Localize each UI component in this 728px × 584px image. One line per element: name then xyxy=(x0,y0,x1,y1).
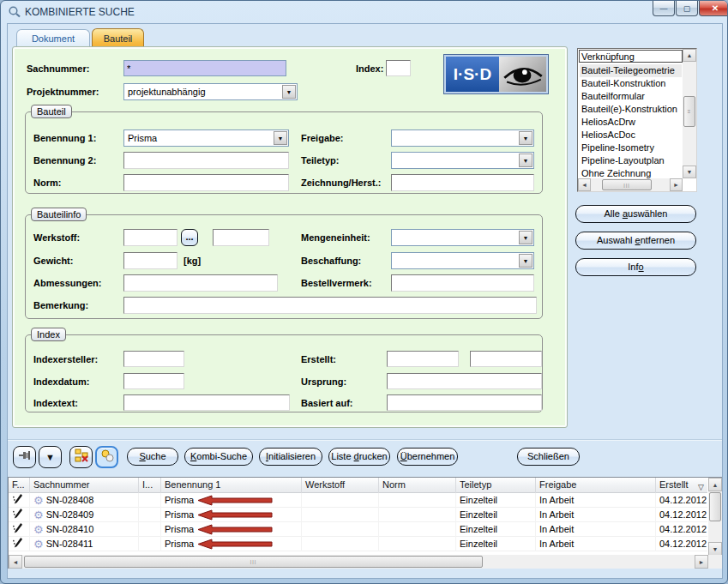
benennung1-cell: Prisma xyxy=(161,493,302,508)
scrollbar-down-button[interactable]: ▼ xyxy=(708,542,722,556)
werkstoff-cell xyxy=(302,537,379,551)
liste-drucken-button[interactable]: Liste drucken xyxy=(328,448,390,466)
column-header-benennung1[interactable]: Benennung 1 xyxy=(161,478,302,493)
projektnummer-select[interactable]: projektunabhängig ▼ xyxy=(123,83,298,100)
scrollbar-down-button[interactable]: ▼ xyxy=(683,166,696,178)
schliessen-button[interactable]: Schließen xyxy=(517,448,580,466)
column-header-freigabe[interactable]: Freigabe xyxy=(536,478,656,493)
list-item[interactable]: HeliosAcDrw xyxy=(580,116,682,129)
scrollbar-thumb[interactable]: ≡ xyxy=(683,96,695,127)
scrollbar-left-button[interactable]: ◄ xyxy=(578,178,591,191)
sachnummer-input[interactable] xyxy=(123,60,286,76)
indexdatum-input[interactable] xyxy=(123,373,184,389)
gear-icon: ⚙ xyxy=(33,523,44,536)
dropdown-arrow-icon[interactable]: ▼ xyxy=(519,131,532,145)
column-header-erstellt[interactable]: Erstellt ▽ xyxy=(656,478,707,493)
list-item[interactable]: HeliosAcDoc xyxy=(580,129,682,141)
list-item[interactable]: Bauteil-Konstruktion xyxy=(580,77,682,90)
uebernehmen-button[interactable]: Übernehmen xyxy=(397,448,458,466)
table-row[interactable]: ⚙SN-028410 Prisma Einzelteil In Arbeit 0… xyxy=(9,522,707,537)
dropdown-arrow-icon[interactable]: ▼ xyxy=(282,85,296,99)
initialisieren-button[interactable]: Initialisieren xyxy=(259,448,322,466)
link-parts-button[interactable] xyxy=(95,446,118,468)
list-item[interactable]: Bauteil-Teilegeometrie xyxy=(580,64,682,77)
close-button[interactable]: ✕ xyxy=(699,1,728,16)
norm-input[interactable] xyxy=(123,174,289,191)
abmessungen-input[interactable] xyxy=(123,274,278,292)
mengeneinheit-select[interactable]: ▼ xyxy=(391,229,534,246)
zeichnung-herst-input[interactable] xyxy=(391,174,534,191)
index-input[interactable] xyxy=(386,60,411,76)
title-bar[interactable]: KOMBINIERTE SUCHE — ▢ ✕ xyxy=(1,1,727,23)
column-header-freigabestatus[interactable]: F... xyxy=(9,478,30,493)
list-item[interactable]: Bauteil(e)-Konstruktion xyxy=(580,103,682,116)
list-item[interactable]: Pipeline-Layoutplan xyxy=(580,154,682,167)
isd-logo: I·S·D xyxy=(444,55,548,93)
magnifier-icon xyxy=(8,5,21,22)
dropdown-arrow-icon[interactable]: ▼ xyxy=(519,154,532,167)
isd-logo-text: I·S·D xyxy=(446,57,499,92)
bestellvermerk-input[interactable] xyxy=(391,274,534,292)
annotation-arrow xyxy=(197,539,273,551)
list-item[interactable]: Bauteilformular xyxy=(580,90,682,103)
werkstoff-input-2[interactable] xyxy=(213,229,269,246)
pin-dialog-button[interactable] xyxy=(13,446,36,468)
annotation-arrow xyxy=(197,524,273,537)
werkstoff-browse-button[interactable]: ... xyxy=(181,229,198,246)
dropdown-arrow-icon[interactable]: ▼ xyxy=(519,254,532,268)
beschaffung-select[interactable]: ▼ xyxy=(391,252,534,269)
scrollbar-thumb[interactable] xyxy=(709,492,721,521)
werkstoff-input-1[interactable] xyxy=(123,229,177,246)
bestellvermerk-label: Bestellvermerk: xyxy=(301,277,372,289)
erstellt-input-2[interactable] xyxy=(470,351,542,367)
scrollbar-up-button[interactable]: ▲ xyxy=(708,478,722,491)
dropdown-arrow-icon[interactable]: ▼ xyxy=(519,231,532,244)
sachnummer-label: Sachnummer: xyxy=(27,63,89,75)
scrollbar-left-button[interactable]: ◄ xyxy=(9,555,22,569)
teiletyp-select[interactable]: ▼ xyxy=(391,152,534,169)
bemerkung-input[interactable] xyxy=(123,297,537,314)
pen-icon xyxy=(12,537,23,549)
table-row[interactable]: ⚙SN-028408 Prisma Einzelteil In Arbeit 0… xyxy=(9,493,707,508)
gewicht-input[interactable] xyxy=(123,252,177,269)
table-row[interactable]: ⚙SN-028411 Prisma Einzelteil In Arbeit 0… xyxy=(9,537,707,551)
maximize-button[interactable]: ▢ xyxy=(676,1,698,16)
kombi-suche-button[interactable]: Kombi-Suche xyxy=(184,448,253,466)
benennung1-select[interactable]: Prisma ▼ xyxy=(123,129,289,147)
indexersteller-input[interactable] xyxy=(123,351,184,367)
list-item-verknuepfung[interactable]: Verknüpfung xyxy=(579,50,683,63)
column-header-index[interactable]: I... xyxy=(139,478,161,493)
basiert-auf-input[interactable] xyxy=(387,394,542,411)
select-all-button[interactable]: Alle auswählen xyxy=(575,205,696,223)
remove-structure-button[interactable] xyxy=(69,446,93,468)
minimize-button[interactable]: — xyxy=(653,1,675,16)
suche-button[interactable]: Suche xyxy=(127,448,178,466)
scrollbar-up-button[interactable]: ▲ xyxy=(683,49,696,62)
norm-cell xyxy=(379,537,456,551)
table-row[interactable]: ⚙SN-028409 Prisma Einzelteil In Arbeit 0… xyxy=(9,508,707,522)
gewicht-label: Gewicht: xyxy=(33,255,73,267)
scrollbar-thumb[interactable]: ||| xyxy=(24,556,483,568)
column-header-werkstoff[interactable]: Werkstoff xyxy=(302,478,379,493)
column-header-norm[interactable]: Norm xyxy=(379,478,456,493)
column-header-teiletyp[interactable]: Teiletyp xyxy=(456,478,536,493)
scrollbar-right-button[interactable]: ► xyxy=(695,555,708,569)
indextext-input[interactable] xyxy=(123,394,290,411)
scrollbar-right-button[interactable]: ► xyxy=(670,178,683,191)
scrollbar-thumb[interactable]: ||| xyxy=(602,179,652,190)
bauteil-group-title: Bauteil xyxy=(31,105,72,118)
results-table-header: F... Sachnummer I... Benennung 1 Werksto… xyxy=(9,478,707,493)
tab-bauteil[interactable]: Bauteil xyxy=(92,28,144,48)
tab-dokument[interactable]: Dokument xyxy=(16,29,90,48)
ursprung-input[interactable] xyxy=(387,373,542,389)
benennung2-input[interactable] xyxy=(123,152,289,169)
erstellt-input-1[interactable] xyxy=(387,351,459,367)
remove-selection-button[interactable]: Auswahl entfernen xyxy=(575,232,696,250)
expand-results-button[interactable]: ▼ xyxy=(39,446,62,468)
sachnummer-cell: ⚙SN-028410 xyxy=(30,522,139,537)
column-header-sachnummer[interactable]: Sachnummer xyxy=(30,478,139,493)
list-item[interactable]: Pipeline-Isometry xyxy=(580,141,682,154)
dropdown-arrow-icon[interactable]: ▼ xyxy=(274,131,287,145)
freigabe-select[interactable]: ▼ xyxy=(391,129,534,147)
info-button[interactable]: Info xyxy=(575,258,696,276)
